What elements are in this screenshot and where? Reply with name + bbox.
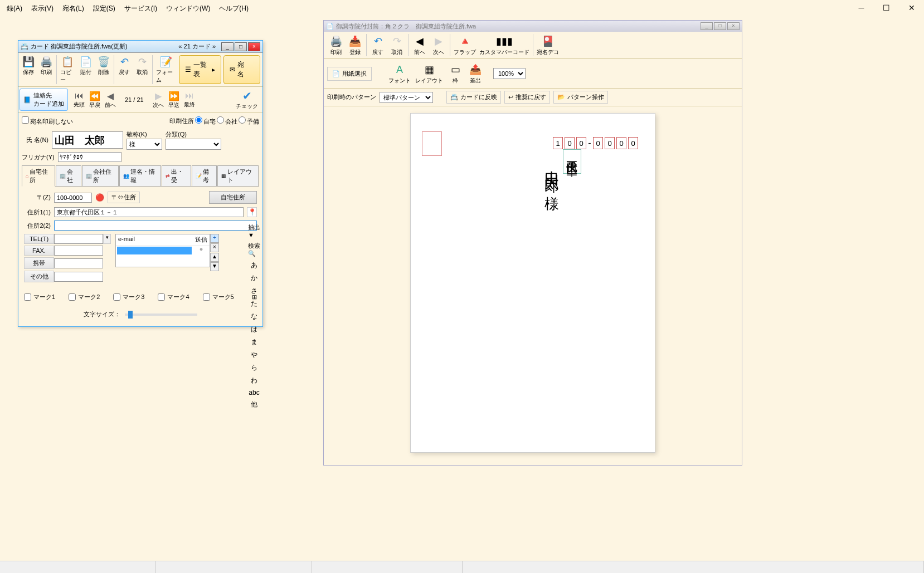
email-up-button[interactable]: ▲ [210,253,219,262]
prev-button[interactable]: ◀前へ [103,90,118,110]
zip-lookup-icon[interactable]: 🔴 [95,193,104,202]
last-button[interactable]: ⏭最終 [182,90,197,110]
preview-title-bar[interactable]: 📄 御調寺院付封筒：角２クラ 御調東組寺院住所.fwa _ □ × [324,21,742,32]
redo-button[interactable]: ↷取消 [133,54,151,85]
first-button[interactable]: ⏮先頭 [71,90,87,110]
save-button[interactable]: 💾保存 [20,54,37,85]
pv-print-button[interactable]: 🖨️印刷 [327,33,345,57]
tab-memo[interactable]: 📝備考 [192,165,217,186]
envelope-preview[interactable]: 1 0 0 - 0 0 0 0 千代田区一｜一 山田太郎 様 [410,113,655,453]
print-button[interactable]: 🖨️印刷 [37,54,55,85]
index-ka[interactable]: か [251,273,257,283]
index-a[interactable]: あ [251,261,257,270]
preview-close-button[interactable]: × [727,22,740,30]
pv-next-button[interactable]: ▶次へ [430,33,448,57]
print-home-radio[interactable]: 自宅 [195,116,216,126]
delete-button[interactable]: 🗑️削除 [95,54,113,85]
pv-barcode-button[interactable]: ▮▮▮カスタマバーコード [478,33,531,57]
card-maximize-button[interactable]: □ [235,42,247,51]
search-button[interactable]: 検索🔍 [248,242,260,257]
category-select[interactable] [166,139,221,150]
mobile-input[interactable] [54,258,103,268]
map-pin-button[interactable]: 📍 [247,207,257,217]
check-button[interactable]: ✔チェック [232,88,261,111]
mark1-checkbox[interactable]: マーク1 [24,293,55,301]
fast-back-button[interactable]: ⏪早戻 [87,90,103,110]
envelope-address-text[interactable]: 千代田区一｜一 [563,149,581,174]
envelope-name-text[interactable]: 山田太郎 様 [542,159,561,187]
tel-dropdown-icon[interactable]: ▾ [103,234,111,244]
menu-roku[interactable]: 録(A) [2,2,27,16]
form-button[interactable]: 📝フォーム [154,54,178,85]
index-other[interactable]: 他 [251,400,257,409]
no-print-checkbox[interactable]: 宛名印刷しない [22,116,73,126]
menu-service[interactable]: サービス(I) [120,2,162,16]
email-list[interactable]: e-mail送信 ● [115,234,210,267]
zip-input[interactable] [54,193,92,203]
undo-button[interactable]: ↶戻す [115,54,133,85]
font-size-slider[interactable] [125,314,197,316]
mark3-checkbox[interactable]: マーク3 [113,293,144,301]
index-ra[interactable]: ら [251,363,257,373]
home-address-button[interactable]: 自宅住所 [209,191,257,204]
email-remove-button[interactable]: × [210,243,219,252]
contact-add-button[interactable]: 📘連絡先 カード追加 [20,89,68,111]
other-input[interactable] [54,272,103,282]
card-title-bar[interactable]: 📇 カード 御調東組寺院住所.fwa(更新) « 21 カード » _ □ × [18,41,262,53]
tab-office-address[interactable]: 🏢会社住所 [82,165,118,186]
fast-fwd-button[interactable]: ⏩早送 [166,90,182,110]
email-down-button[interactable]: ▼ [210,262,219,271]
atena-button[interactable]: ✉宛 名 [223,55,260,84]
tab-home-address[interactable]: ⌂自宅住所 [22,165,55,187]
mark4-checkbox[interactable]: マーク4 [158,293,189,301]
paste-button[interactable]: 📄貼付 [77,54,95,85]
pv-redo-button[interactable]: ↷取消 [388,33,406,57]
copy-button[interactable]: 📋コピー [58,54,77,85]
kana-input[interactable] [58,152,121,162]
maximize-button[interactable]: ☐ [874,0,899,16]
index-ya[interactable]: や [251,350,257,360]
pv-flap-button[interactable]: 🔺フラップ [453,33,477,57]
card-minimize-button[interactable]: _ [221,42,234,51]
name-input[interactable] [52,131,123,149]
extract-button[interactable]: 抽出▼ [248,223,260,238]
stamp-placeholder[interactable] [422,131,442,156]
index-ta[interactable]: た [251,299,257,308]
card-close-button[interactable]: × [248,42,260,51]
fax-label[interactable]: FAX. [24,246,54,256]
pv-prev-button[interactable]: ◀前へ [411,33,429,57]
frame-button[interactable]: ▭枠 [446,61,464,86]
pv-deco-button[interactable]: 🎴宛名デコ [536,33,560,57]
mobile-label[interactable]: 携帯 [24,257,54,269]
addr1-input[interactable] [54,207,244,217]
next-button[interactable]: ▶次へ [150,90,166,110]
sender-button[interactable]: 📤差出 [466,61,484,86]
other-label[interactable]: その他 [24,271,54,282]
index-sa[interactable]: さ [251,286,257,296]
tab-sent[interactable]: ⇄出・受 [162,165,191,186]
pattern-select[interactable]: 標準パターン [380,92,433,103]
menu-settings[interactable]: 設定(S) [89,2,120,16]
email-add-button[interactable]: + [210,234,219,243]
addr2-input[interactable] [54,221,257,231]
fax-input[interactable] [54,246,103,256]
honorific-select[interactable]: 様 [127,139,162,150]
index-ma[interactable]: ま [251,337,257,347]
pv-undo-button[interactable]: ↶戻す [369,33,387,57]
tel-label[interactable]: TEL(T) [24,234,54,244]
pv-register-button[interactable]: 📥登録 [346,33,364,57]
mark5-checkbox[interactable]: マーク5 [203,293,234,301]
list-view-button[interactable]: ☰一覧表▸ [179,55,221,84]
restore-button[interactable]: ↩推奨に戻す [504,91,550,104]
preview-maximize-button[interactable]: □ [714,22,726,30]
index-abc[interactable]: abc [249,389,259,396]
menu-atena[interactable]: 宛名(L) [58,2,89,16]
menu-view[interactable]: 表示(V) [27,2,58,16]
tel-input[interactable] [54,234,103,244]
index-na[interactable]: な [251,312,257,321]
menu-window[interactable]: ウィンドウ(W) [162,2,215,16]
zoom-select[interactable]: 100% [493,68,526,79]
print-spare-radio[interactable]: 予備 [239,116,259,126]
index-ha[interactable]: は [251,325,257,334]
pattern-ops-button[interactable]: 📂パターン操作 [553,91,608,104]
